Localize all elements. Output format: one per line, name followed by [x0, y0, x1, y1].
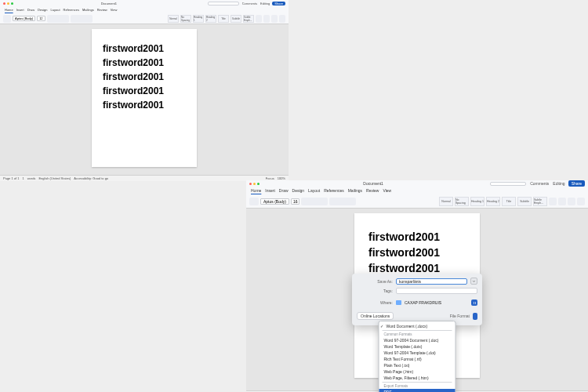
editor-button[interactable] [568, 198, 575, 205]
tab-home[interactable]: Home [251, 188, 261, 193]
close-icon[interactable] [249, 183, 252, 185]
where-popup-button[interactable] [471, 299, 477, 306]
tab-home[interactable]: Home [5, 8, 13, 12]
ribbon-tabs: Home Insert Draw Design Layout Reference… [0, 6, 289, 13]
document-canvas: firstword2001 firstword2001 firstword200… [0, 24, 289, 175]
style-heading1[interactable]: Heading 1 [193, 15, 204, 23]
file-format-menu: Word Document (.docx) Common Formats Wor… [379, 321, 456, 392]
editing-mode-button[interactable]: Editing [260, 2, 270, 5]
tab-review[interactable]: Review [366, 188, 379, 193]
paste-button[interactable] [3, 15, 11, 23]
style-heading2[interactable]: Heading 2 [486, 197, 500, 206]
status-page[interactable]: Page 1 of 1 [3, 176, 19, 180]
fmt-group-export: Export Formats [379, 383, 456, 389]
font-name-select[interactable]: Aptos (Body) [13, 16, 35, 21]
tab-draw[interactable]: Draw [279, 188, 289, 193]
file-format-label: File Format [450, 314, 470, 318]
style-nospacing[interactable]: No Spacing [180, 15, 191, 23]
tab-view[interactable]: View [383, 188, 391, 193]
filename-input[interactable] [396, 278, 467, 285]
dictate-button[interactable] [263, 15, 270, 23]
paragraph-tools[interactable] [329, 198, 356, 205]
where-row: Where: CAXAP FRAKDRUIS [357, 299, 477, 306]
tab-view[interactable]: View [111, 8, 118, 12]
style-title[interactable]: Title [218, 15, 229, 23]
style-subtle-emph[interactable]: Subtle Emph... [533, 197, 547, 206]
paragraph-tools[interactable] [71, 15, 93, 23]
share-button[interactable]: Share [568, 180, 585, 187]
doc-text-line-5: firstword2001 [103, 100, 186, 111]
where-label: Where: [357, 300, 393, 305]
font-size-select[interactable]: 16 [291, 198, 300, 205]
style-nospacing[interactable]: No Spacing [455, 197, 469, 206]
font-tools[interactable] [301, 198, 328, 205]
style-normal[interactable]: Normal [439, 197, 453, 206]
tags-input[interactable] [396, 288, 477, 294]
file-format-popup[interactable] [473, 313, 477, 320]
fmt-item-dot[interactable]: Word 97-2004 Template (.dot) [379, 350, 456, 356]
style-heading2[interactable]: Heading 2 [205, 15, 216, 23]
titlebar: Document1 Comments Editing Share [246, 180, 588, 187]
tab-insert[interactable]: Insert [265, 188, 275, 193]
toolbar: Aptos (Body) 16 Normal No Spacing Headin… [246, 194, 588, 209]
tab-layout[interactable]: Layout [50, 8, 60, 12]
fmt-item-dotx[interactable]: Word Template (.dotx) [379, 343, 456, 350]
tab-design[interactable]: Design [292, 188, 305, 193]
doc-text-line-3: firstword2001 [103, 71, 186, 82]
status-language[interactable]: English (United States) [38, 176, 71, 180]
comments-button[interactable]: Comments [530, 181, 549, 186]
status-accessibility[interactable]: Accessibility: Good to go [74, 176, 108, 180]
minimize-icon[interactable] [7, 2, 9, 5]
styles-pane-button[interactable] [256, 15, 262, 23]
folder-icon [396, 300, 401, 305]
tab-review[interactable]: Review [97, 8, 107, 12]
document-title: Document1 [260, 181, 487, 186]
dictate-button[interactable] [558, 198, 566, 205]
page[interactable]: firstword2001 firstword2001 firstword200… [92, 29, 197, 167]
font-size-select[interactable]: 12 [37, 16, 45, 21]
tab-layout[interactable]: Layout [308, 188, 320, 193]
tab-draw[interactable]: Draw [27, 8, 34, 12]
saveas-row: Save As: [357, 278, 477, 285]
addins-button[interactable] [279, 15, 285, 23]
tab-mailings[interactable]: Mailings [348, 188, 362, 193]
status-wordcount[interactable]: 1 [22, 176, 24, 180]
editing-mode-button[interactable]: Editing [553, 181, 564, 186]
font-name-select[interactable]: Aptos (Body) [260, 198, 289, 205]
fmt-item-htm[interactable]: Web Page (.htm) [379, 368, 456, 375]
fmt-group-common: Common Formats [379, 332, 456, 337]
minimize-icon[interactable] [253, 183, 256, 185]
fmt-item-doc[interactable]: Word 97-2004 Document (.doc) [379, 337, 456, 343]
fmt-item-rtf[interactable]: Rich Text Format (.rtf) [379, 356, 456, 362]
paste-button[interactable] [249, 198, 259, 205]
tab-references[interactable]: References [324, 188, 344, 193]
share-button[interactable]: Share [272, 2, 285, 5]
tab-insert[interactable]: Insert [16, 8, 24, 12]
comments-button[interactable]: Comments [242, 2, 257, 5]
fmt-item-htm-filtered[interactable]: Web Page, Filtered (.htm) [379, 375, 456, 381]
fmt-item-txt[interactable]: Plain Text (.txt) [379, 362, 456, 368]
font-tools[interactable] [47, 15, 69, 23]
style-normal[interactable]: Normal [168, 15, 179, 23]
search-field[interactable] [490, 182, 526, 186]
editor-button[interactable] [271, 15, 278, 23]
window-controls [3, 2, 13, 5]
close-icon[interactable] [3, 2, 5, 5]
styles-pane-button[interactable] [549, 198, 557, 205]
where-value[interactable]: CAXAP FRAKDRUIS [405, 300, 468, 305]
style-subtitle[interactable]: Subtitle [230, 15, 241, 23]
expand-icon[interactable] [470, 278, 477, 285]
online-locations-button[interactable]: Online Locations [357, 312, 394, 320]
addins-button[interactable] [577, 198, 585, 205]
fmt-item-pdf[interactable]: PDF [379, 389, 456, 392]
style-heading1[interactable]: Heading 1 [470, 197, 485, 206]
tab-references[interactable]: References [64, 8, 79, 12]
style-title[interactable]: Title [502, 197, 516, 206]
tags-label: Tags: [357, 289, 393, 293]
tab-design[interactable]: Design [38, 8, 47, 12]
tab-mailings[interactable]: Mailings [82, 8, 94, 12]
fmt-item-docx[interactable]: Word Document (.docx) [379, 323, 456, 329]
style-subtle-emph[interactable]: Subtle Emph... [243, 15, 254, 23]
search-field[interactable] [208, 2, 239, 5]
style-subtitle[interactable]: Subtitle [517, 197, 532, 206]
